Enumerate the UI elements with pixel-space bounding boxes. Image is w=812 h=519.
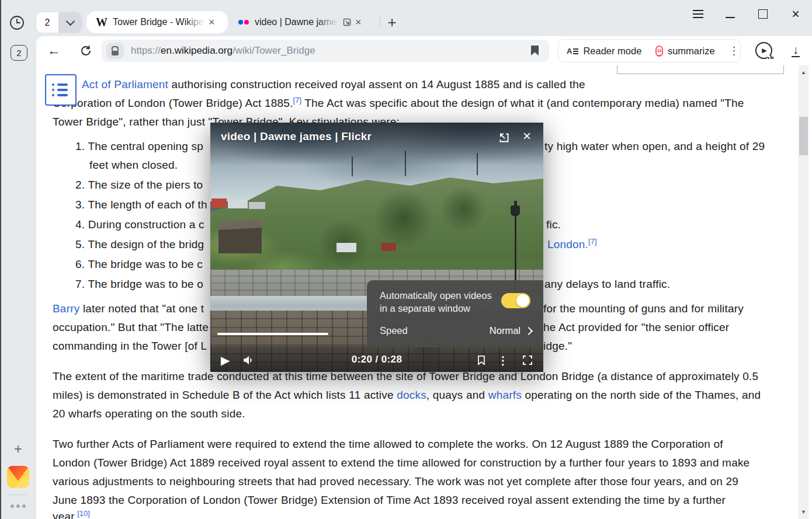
browser-window: 2 W Tower Bridge - Wikipedi × video | Da… [0,0,812,519]
article-line: 1. The central opening sp [75,139,203,154]
scrollbar-thumb[interactable] [799,117,808,155]
article-line: 3. The length of each of th [75,197,207,213]
back-button[interactable]: ← [46,42,62,58]
article-link[interactable]: Act of Parliament [82,78,168,90]
play-page-aloud-button[interactable]: ▶ [755,42,772,59]
scroll-down-arrow[interactable]: ▼ [799,507,808,517]
article-text: 1. The central opening sp [75,140,203,152]
sidebar-more-button[interactable] [9,503,27,509]
tab-group-dropdown[interactable] [58,12,82,33]
video-timestamp: 0:20 / 0:28 [210,354,543,365]
auto-open-toggle[interactable] [501,293,530,308]
url-path: /wiki/Tower_Bridge [233,45,315,56]
video-title-gradient [210,123,543,166]
floating-video-player[interactable]: video | Dawne james | Flickr × ▶ 0:20 / … [210,123,543,372]
tab-tower-bridge[interactable]: W Tower Bridge - Wikipedi × [86,11,228,33]
tab-group-count: 2 [36,12,58,33]
article-line: commanding in the Tower [of L [53,339,207,354]
article-line: he Act provided for "the senior officer [543,320,729,335]
article-line: 20 wharfs operating on the south side. [53,406,245,422]
reader-mode-icon: A [567,48,578,54]
video-progress-bar[interactable] [217,333,328,335]
scrollbar[interactable]: ▲ ▼ [799,65,808,519]
video-bookmark-button[interactable] [476,353,487,367]
video-frame-trailer [336,243,356,252]
flickr-favicon [238,20,249,25]
article-link[interactable]: Barry [53,302,79,315]
article-text: ty high water when open, and a height of… [544,140,765,152]
sound-bars-icon [768,55,773,59]
tab-title: video | Dawne james [255,17,338,27]
site-security-chip[interactable] [106,43,124,59]
reload-button[interactable] [78,43,93,58]
article-text: 7. The bridge was to be o [75,278,203,290]
article-text: authorising construction received royal … [168,78,585,90]
toc-icon-row [52,94,75,96]
article-link[interactable]: London. [547,238,588,250]
article-text: Corporation of London (Tower Bridge) Act… [53,97,293,109]
article-line: any delays to land traffic. [544,277,670,292]
video-frame-building [228,200,248,208]
article-ref-link[interactable]: [10] [77,509,90,518]
window-maximize-button[interactable] [758,9,768,19]
article-ref-link[interactable]: [7] [293,96,301,105]
article-line: 2. The size of the piers to [75,177,203,193]
article-text: 5. The design of the bridg [75,238,204,250]
article-text: various adjustments to neighbouring stre… [53,475,738,487]
article-line: Corporation of London (Tower Bridge) Act… [53,96,744,112]
close-video-button[interactable]: × [520,128,534,144]
wikipedia-search-box-partial[interactable] [617,65,784,74]
article-text: Two further Acts of Parliament were requ… [53,438,723,450]
sidebar-tab-counter[interactable]: 2 [11,45,27,61]
more-tools-button[interactable]: ⋮ [729,44,740,57]
tab-group-chip[interactable]: 2 [36,12,82,33]
article-link[interactable]: docks [397,389,426,401]
download-icon: ↓ [793,44,799,55]
article-line: London.[7] [547,237,597,253]
article-text: year. [53,510,77,519]
article-ref-link[interactable]: [7] [588,237,596,246]
article-line: idge." [543,339,572,354]
yandex-mail-icon[interactable] [7,466,29,488]
article-link[interactable]: wharfs [488,389,522,401]
reader-mode-button[interactable]: Reader mode [583,46,641,57]
sidebar-add-button[interactable]: + [11,442,25,456]
bookmark-icon[interactable] [531,46,539,55]
article-text: The Act was specific about the design of… [301,97,744,109]
reload-icon [79,44,92,57]
article-text: 6. The bridge was to be c [75,258,203,270]
article-line: Act of Parliament authorising constructi… [82,77,585,92]
tab-flickr-video[interactable]: video | Dawne james × [238,11,362,33]
history-button[interactable] [9,15,25,31]
article-text: he Act provided for "the senior officer [543,321,729,333]
toc-icon-row [52,89,75,91]
article-text: commanding in the Tower [of L [53,340,207,352]
speed-menu-item[interactable]: Speed Normal [380,325,532,337]
new-tab-button[interactable]: + [383,13,401,32]
window-close-button[interactable]: × [789,6,803,22]
tab-title: Tower Bridge - Wikipedi [113,17,205,27]
article-line: 4. During construction a c [75,217,204,232]
video-fullscreen-button[interactable] [521,353,534,367]
return-to-tab-button[interactable] [498,131,511,144]
page-tools-group: A Reader mode “ summarize ⋮ [558,39,741,62]
downloads-button[interactable]: ↓ [788,42,803,60]
window-minimize-button[interactable] [726,17,735,18]
article-text: London (Tower Bridge) Act 1889 received … [53,457,749,469]
article-line: 5. The design of the bridg [75,237,204,252]
close-tab-icon[interactable]: × [209,16,215,29]
scroll-up-arrow[interactable]: ▲ [799,68,808,77]
article-text: any delays to land traffic. [544,278,670,290]
pop-out-video-icon[interactable] [342,18,352,27]
close-tab-icon[interactable]: × [355,16,362,29]
window-menu-button[interactable] [693,10,703,18]
article-line: London (Tower Bridge) Act 1889 received … [53,455,749,471]
url-host: en.wikipedia.org [161,45,233,56]
article-line: fic. [546,217,561,232]
video-more-button[interactable]: ⋮ [499,353,507,367]
article-text: 20 wharfs operating on the south side. [53,407,245,420]
toc-icon [52,83,75,86]
address-bar[interactable]: https://en.wikipedia.org/wiki/Tower_Brid… [102,40,549,62]
table-of-contents-button[interactable] [45,74,77,106]
summarize-button[interactable]: summarize [668,46,715,57]
